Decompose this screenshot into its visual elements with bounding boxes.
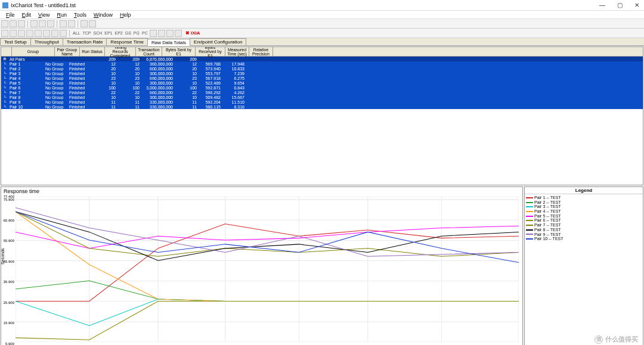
menu-edit[interactable]: Edit <box>18 12 35 18</box>
tb2-btn-5[interactable] <box>43 30 50 37</box>
filter-gs[interactable]: GS <box>125 31 132 35</box>
copy-button[interactable] <box>39 20 46 27</box>
tb2-btn-1[interactable] <box>10 30 17 37</box>
tb2-btn-7[interactable] <box>60 30 67 37</box>
menu-help[interactable]: Help <box>116 12 135 18</box>
tb2-extra-0[interactable] <box>150 30 157 37</box>
close-button[interactable]: ✕ <box>632 2 642 8</box>
y-tick: 65.900 <box>4 219 14 222</box>
tb2-extra-1[interactable] <box>158 30 165 37</box>
menu-run[interactable]: Run <box>53 12 70 18</box>
series-pair-8 <box>16 212 519 260</box>
legend-swatch <box>526 206 533 207</box>
series-pair-10 <box>16 212 519 262</box>
legend-item[interactable]: Pair 8 -- TEST <box>526 228 642 232</box>
legend-title: Legend <box>525 187 643 194</box>
filter-pc[interactable]: PC <box>141 31 148 35</box>
legend-label: Pair 7 -- TEST <box>534 223 561 228</box>
menu-file[interactable]: File <box>2 12 18 18</box>
col-sent[interactable]: Bytes Sent by E1 <box>162 47 196 56</box>
legend-item[interactable]: Pair 10 -- TEST <box>526 237 642 241</box>
filter-all[interactable]: ALL <box>72 31 80 35</box>
filter-sch[interactable]: SCH <box>92 31 103 35</box>
filter-ep1[interactable]: EP1 <box>104 31 113 35</box>
open-button[interactable] <box>10 20 17 27</box>
filter-pg[interactable]: PG <box>133 31 140 35</box>
y-tick: 75.900 <box>4 198 14 201</box>
run-button[interactable] <box>60 20 67 27</box>
summary-row[interactable]: ⊕All Pairs2092096,870,000,000209 <box>1 57 643 61</box>
tb2-btn-0[interactable] <box>1 30 8 37</box>
y-tick: 35.900 <box>4 280 14 284</box>
col-timing[interactable]: Timing Records Completed <box>105 47 136 56</box>
tab-test-setup[interactable]: Test Setup <box>0 38 31 45</box>
legend-item[interactable]: Pair 1 -- TEST <box>526 195 642 200</box>
stop-button[interactable] <box>68 20 75 27</box>
series-pair-2 <box>16 281 519 301</box>
tb2-extra-2[interactable] <box>166 30 174 37</box>
legend-label: Pair 8 -- TEST <box>534 228 561 232</box>
legend-item[interactable]: Pair 7 -- TEST <box>526 223 642 228</box>
table-row[interactable]: └Pair 2No GroupFinished2020600,000,00020… <box>1 66 643 71</box>
col-pairgroup[interactable]: Pair Group Name <box>55 47 80 56</box>
table-row[interactable]: └Pair 5No GroupFinished1010300,000,00010… <box>1 80 643 85</box>
brand-logo: ✖ IXIA <box>185 30 200 36</box>
tab-transaction-rate[interactable]: Transaction Rate <box>63 38 107 45</box>
tb2-btn-6[interactable] <box>51 30 58 37</box>
cut-button[interactable] <box>30 20 38 27</box>
tb2-btn-4[interactable] <box>35 30 42 37</box>
legend-item[interactable]: Pair 6 -- TEST <box>526 218 642 223</box>
toolbar-main <box>0 19 644 29</box>
tab-endpoint-configuration[interactable]: Endpoint Configuration <box>190 38 246 45</box>
toolbar-secondary: ALLTCPSCHEP1EP2GSPGPC✖ IXIA <box>0 29 644 38</box>
new-button[interactable] <box>1 20 8 27</box>
tab-raw-data-totals[interactable]: Raw Data Totals <box>147 39 190 46</box>
tb2-btn-3[interactable] <box>26 30 33 37</box>
table-row[interactable]: └Pair 7No GroupFinished2222660,000,00022… <box>1 90 643 95</box>
minimize-button[interactable]: — <box>597 2 608 8</box>
grid-body[interactable]: ⊕All Pairs2092096,870,000,000209└Pair 1N… <box>1 57 643 109</box>
tab-throughput[interactable]: Throughput <box>30 38 63 45</box>
save-button[interactable] <box>18 20 25 27</box>
legend-swatch <box>526 211 533 212</box>
col-group[interactable]: Group <box>12 47 55 56</box>
paste-button[interactable] <box>47 20 54 27</box>
table-row[interactable]: └Pair 6No GroupFinished1001003,000,000,0… <box>1 85 643 90</box>
legend-item[interactable]: Pair 3 -- TEST <box>526 204 642 209</box>
y-tick: 25.900 <box>4 301 14 304</box>
table-row[interactable]: └Pair 10No GroupFinished1111330,000,0001… <box>1 104 643 109</box>
col-trans[interactable]: Transaction Count <box>136 47 162 56</box>
menu-view[interactable]: View <box>35 12 53 18</box>
table-row[interactable]: └Pair 3No GroupFinished1010300,000,00010… <box>1 71 643 76</box>
col-status[interactable]: Run Status <box>80 47 105 56</box>
legend-item[interactable]: Pair 5 -- TEST <box>526 214 642 219</box>
maximize-button[interactable]: ▢ <box>615 2 625 8</box>
legend-label: Pair 6 -- TEST <box>534 218 561 223</box>
col-time[interactable]: Measured Time (sec) <box>225 47 249 56</box>
filter-ep2[interactable]: EP2 <box>114 31 123 35</box>
legend-swatch <box>526 220 533 221</box>
table-row[interactable]: └Pair 9No GroupFinished1111330,000,00011… <box>1 100 643 104</box>
tb2-extra-3[interactable] <box>175 30 182 37</box>
table-row[interactable]: └Pair 4No GroupFinished2323690,000,00023… <box>1 76 643 80</box>
legend-item[interactable]: Pair 2 -- TEST <box>526 200 642 205</box>
menu-tools[interactable]: Tools <box>70 12 90 18</box>
y-tick: 45.900 <box>4 260 14 263</box>
col-recv[interactable]: Bytes Received by E1 <box>196 47 225 56</box>
table-row[interactable]: └Pair 8No GroupFinished1010300,000,00010… <box>1 95 643 100</box>
legend-item[interactable]: Pair 9 -- TEST <box>526 232 642 237</box>
table-row[interactable]: └Pair 1No GroupFinished1212360,000,00012… <box>1 61 643 66</box>
tab-response-time[interactable]: Response Time <box>106 38 148 45</box>
filter-tcp[interactable]: TCP <box>82 31 91 35</box>
legend-item[interactable]: Pair 4 -- TEST <box>526 209 642 214</box>
series-pair-7 <box>16 212 519 256</box>
title-bar: IxChariot Test - untitled1.tst — ▢ ✕ <box>0 0 644 11</box>
chart-title: Response time <box>1 187 522 195</box>
legend-swatch <box>526 238 533 240</box>
col-prec[interactable]: Relative Precision <box>249 47 273 56</box>
y-tick: 55.900 <box>4 239 14 243</box>
menu-window[interactable]: Window <box>90 12 116 18</box>
tool-button-2[interactable] <box>89 20 96 27</box>
tb2-btn-2[interactable] <box>18 30 25 37</box>
tool-button-1[interactable] <box>80 20 88 27</box>
